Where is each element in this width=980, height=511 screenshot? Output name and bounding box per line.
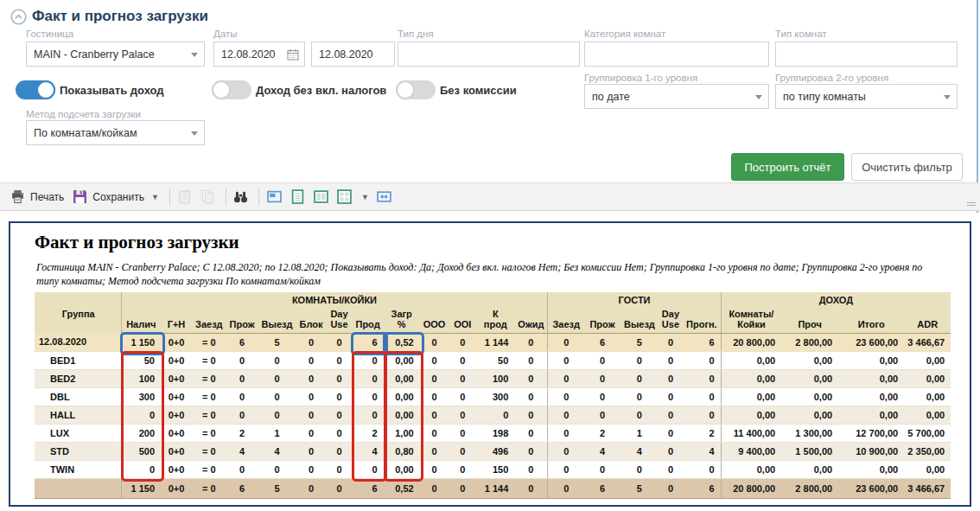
- column-header: Выезд: [620, 305, 659, 333]
- cell: 2: [352, 424, 383, 442]
- cell: 6: [584, 333, 620, 351]
- cell: 0: [584, 387, 620, 406]
- cell: 2 800,00: [781, 333, 838, 351]
- room-type-input[interactable]: [775, 42, 958, 67]
- cell: = 0: [192, 369, 226, 387]
- income-no-tax-toggle-label: Доход без вкл. налогов: [256, 84, 386, 97]
- binoculars-icon: [233, 189, 248, 204]
- room-category-input[interactable]: [584, 42, 769, 67]
- cell: 198: [476, 424, 514, 442]
- column-header: Заезд: [548, 305, 584, 333]
- view-two-pages-button[interactable]: [313, 188, 330, 206]
- date-to-input[interactable]: 12.08.2020: [311, 42, 395, 67]
- group-cell: 12.08.2020: [35, 333, 121, 351]
- column-header: DayUse: [326, 305, 352, 333]
- cell: 0: [548, 351, 584, 369]
- cell: 0: [514, 478, 548, 498]
- collapse-panel-icon[interactable]: [10, 9, 27, 25]
- table-row: LUX2000+0= 0210021,000019800210211 400,0…: [35, 424, 951, 442]
- cell: 0,00: [384, 460, 420, 478]
- save-button[interactable]: Сохранить ▼: [73, 189, 159, 204]
- find-button[interactable]: [233, 189, 248, 204]
- cell: = 0: [192, 406, 226, 424]
- cell: 0: [584, 406, 620, 424]
- group-cell: BED1: [35, 351, 121, 369]
- cell: 2: [683, 424, 721, 442]
- cell: 0,00: [904, 460, 951, 478]
- show-income-toggle-label: Показывать доход: [60, 84, 164, 97]
- date-from-value: 12.08.2020: [221, 48, 276, 61]
- cell: 1 300,00: [781, 424, 838, 442]
- table-row: 12.08.20201 1500+0= 0650060,52001 144006…: [35, 333, 951, 351]
- cell: 0+0: [161, 406, 192, 424]
- cell: 0: [296, 442, 326, 460]
- cell: 0: [449, 460, 476, 478]
- column-header: Итого: [838, 305, 904, 333]
- date-from-input[interactable]: 12.08.2020: [213, 42, 305, 67]
- cell: 1 150: [121, 478, 161, 498]
- fit-width-button[interactable]: [376, 188, 393, 206]
- paste-button: ?: [177, 189, 192, 204]
- cell: 0: [226, 460, 258, 478]
- cell: 0: [326, 424, 352, 442]
- dates-label: Даты: [213, 29, 237, 39]
- cell: 0: [659, 369, 683, 387]
- no-commission-toggle[interactable]: [396, 80, 436, 99]
- clear-filter-button[interactable]: Очистить фильтр: [851, 153, 963, 181]
- cell: 12 700,00: [838, 424, 904, 442]
- cell: 6: [352, 478, 383, 498]
- cell: 4: [683, 442, 721, 460]
- cell: 0,00: [781, 369, 838, 387]
- cell: 0: [514, 351, 548, 369]
- cell: 0,00: [721, 369, 781, 387]
- toolbar-separator: [169, 188, 170, 206]
- cell: 11 400,00: [721, 424, 781, 442]
- cell: 0: [620, 369, 659, 387]
- column-header: Заезд: [192, 305, 226, 333]
- day-type-input[interactable]: [398, 42, 580, 67]
- cell: 0: [326, 333, 352, 351]
- view-multi-page-button[interactable]: [336, 188, 353, 206]
- income-no-tax-toggle[interactable]: [212, 80, 251, 99]
- method-select[interactable]: По комнатам/койкам: [26, 120, 205, 145]
- cell: 5: [258, 333, 296, 351]
- report-title: Факт и прогноз загрузки: [35, 232, 239, 253]
- group-cell: HALL: [35, 406, 121, 424]
- chevron-down-icon[interactable]: ▼: [361, 193, 369, 201]
- room-category-label: Категория комнат: [584, 29, 665, 39]
- column-header: К прод: [476, 305, 514, 333]
- cell: 0: [296, 460, 326, 478]
- report-panel: Факт и прогноз загрузки Гостиница MAIN -…: [9, 221, 971, 507]
- cell: 200: [121, 424, 161, 442]
- cell: 5: [258, 478, 296, 498]
- view-thumbnails-button[interactable]: [266, 188, 283, 206]
- cell: 0: [584, 460, 620, 478]
- cell: 0: [420, 351, 449, 369]
- grouping1-select[interactable]: по дате: [584, 84, 769, 109]
- chevron-down-icon: [944, 95, 951, 99]
- toolbar-scroll-grip[interactable]: [967, 201, 976, 206]
- cell: 0,00: [838, 387, 904, 406]
- grouping2-select[interactable]: по типу комнаты: [775, 84, 958, 109]
- table-row: BED1500+0= 0000000,0000500000000,000,000…: [35, 351, 951, 369]
- cell: 0: [326, 387, 352, 406]
- cell: 0,00: [384, 406, 420, 424]
- table-row: TWIN00+0= 0000000,00001500000000,000,000…: [35, 460, 951, 478]
- column-header: Блок: [296, 305, 326, 333]
- cell: 0: [449, 351, 476, 369]
- cell: 0: [449, 406, 476, 424]
- print-button[interactable]: Печать: [10, 189, 64, 204]
- build-report-button[interactable]: Построить отчёт: [731, 153, 844, 181]
- cell: 0: [548, 369, 584, 387]
- group-cell: LUX: [35, 424, 121, 442]
- column-header: OOO: [420, 305, 449, 333]
- cell: 0,00: [781, 387, 838, 406]
- hotel-select[interactable]: MAIN - Cranberry Palace: [26, 42, 205, 67]
- show-income-toggle[interactable]: [16, 80, 55, 99]
- view-single-page-button[interactable]: [290, 188, 307, 206]
- cell: 0+0: [161, 424, 192, 442]
- calendar-icon[interactable]: [287, 48, 299, 61]
- cell: 1 144: [476, 478, 514, 498]
- cell: = 0: [192, 387, 226, 406]
- cell: 0: [258, 369, 296, 387]
